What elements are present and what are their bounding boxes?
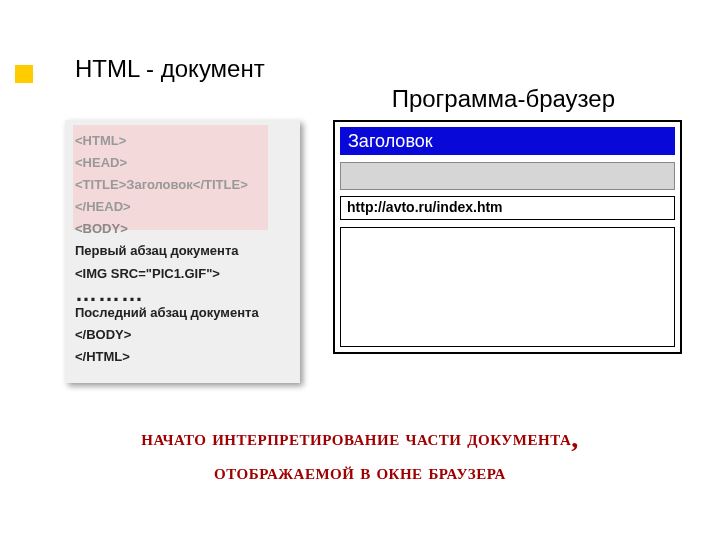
browser-content-area bbox=[340, 227, 675, 347]
code-line-body-close: </BODY> bbox=[75, 324, 290, 346]
caption-line-2: отображаемой в окне браузера bbox=[214, 460, 506, 484]
slide-marker bbox=[15, 65, 33, 83]
browser-toolbar bbox=[340, 162, 675, 190]
code-line-head-open: <HEAD> bbox=[75, 152, 290, 174]
code-line-first-paragraph: Первый абзац документа bbox=[75, 240, 290, 262]
heading-browser-program: Программа-браузер bbox=[392, 85, 615, 113]
code-line-html-open: <HTML> bbox=[75, 130, 290, 152]
code-line-head-close: </HEAD> bbox=[75, 196, 290, 218]
code-line-last-paragraph: Последний абзац документа bbox=[75, 302, 290, 324]
code-line-title: <TITLE>Заголовок</TITLE> bbox=[75, 174, 290, 196]
browser-url-bar[interactable]: http://avto.ru/index.htm bbox=[340, 196, 675, 220]
code-line-dots: ……… bbox=[75, 285, 290, 303]
caption-line-1: начато интерпретирование части документа bbox=[141, 426, 571, 450]
html-source-panel: <HTML> <HEAD> <TITLE>Заголовок</TITLE> <… bbox=[65, 120, 300, 383]
browser-window: Заголовок http://avto.ru/index.htm bbox=[333, 120, 682, 354]
code-line-html-close: </HTML> bbox=[75, 346, 290, 368]
browser-titlebar: Заголовок bbox=[340, 127, 675, 155]
slide-caption: начато интерпретирование части документа… bbox=[0, 415, 720, 489]
heading-html-document: HTML - документ bbox=[75, 55, 265, 83]
caption-comma: , bbox=[571, 422, 579, 453]
code-line-body-open: <BODY> bbox=[75, 218, 290, 240]
